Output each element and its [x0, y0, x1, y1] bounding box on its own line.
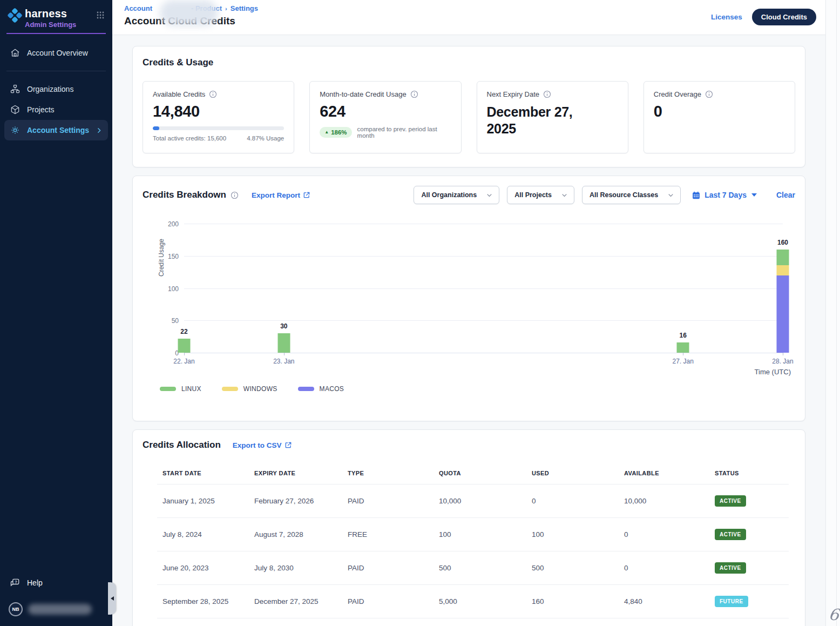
- bar-value-label: 30: [268, 322, 300, 330]
- table-cell: January 1, 2025: [157, 484, 249, 518]
- sidebar-item-label: Projects: [27, 105, 55, 114]
- y-tick-label: 200: [157, 220, 179, 228]
- bar-value-label: 16: [667, 332, 699, 339]
- available-credits-value: 14,840: [153, 103, 284, 120]
- status-badge: ACTIVE: [715, 495, 746, 507]
- cube-icon: [10, 104, 21, 115]
- cloud-credits-button[interactable]: Cloud Credits: [752, 9, 816, 25]
- app-root: harness Admin Settings Account OverviewO…: [0, 0, 840, 626]
- filter-select-all-resource-classes[interactable]: All Resource Classes: [582, 186, 681, 204]
- sidebar-divider: [6, 71, 106, 71]
- credits-progress-bar: [153, 126, 284, 130]
- x-tick-label: 28. Jan: [764, 358, 802, 365]
- table-cell: 160: [526, 585, 619, 618]
- legend-item-windows[interactable]: WINDOWS: [222, 385, 277, 393]
- usage-percent: 4.87% Usage: [247, 135, 284, 142]
- table-row: June 20, 2023July 8, 2030PAID5005000ACTI…: [157, 551, 789, 585]
- credits-breakdown-panel: Credits Breakdown Export Report All Orga…: [132, 176, 805, 421]
- export-report-link[interactable]: Export Report: [252, 191, 310, 199]
- app-grid-icon[interactable]: [96, 11, 105, 19]
- bar-segment-macos: [777, 275, 789, 353]
- bar-segment-linux: [777, 250, 789, 265]
- total-active-credits: Total active credits: 15,600: [153, 135, 226, 142]
- table-cell: 100: [433, 518, 526, 551]
- sidebar-item-account-settings[interactable]: Account Settings: [4, 120, 108, 140]
- table-cell: July 8, 2030: [249, 551, 342, 585]
- bar-segment-linux: [677, 342, 689, 353]
- credits-allocation-table: START DATEEXPIRY DATETYPEQUOTAUSEDAVAILA…: [157, 466, 789, 618]
- credit-overage-card: Credit Overage 0: [643, 81, 795, 153]
- gridline-50: [184, 320, 783, 321]
- table-row: September 28, 2025December 27, 2025PAID5…: [157, 585, 789, 618]
- breadcrumb-product[interactable]: - Product: [191, 4, 222, 12]
- breadcrumb-settings[interactable]: Settings: [231, 4, 258, 12]
- bar-22-jan[interactable]: [178, 339, 191, 353]
- gridline-150: [184, 256, 783, 257]
- date-range-value: Last 7 Days: [704, 191, 747, 199]
- licenses-link[interactable]: Licenses: [711, 13, 742, 21]
- credits-breakdown-title: Credits Breakdown: [143, 190, 226, 200]
- table-cell: 500: [526, 551, 619, 585]
- y-tick-label: 150: [157, 253, 179, 260]
- help-label: Help: [27, 578, 43, 587]
- credits-allocation-panel: Credits Allocation Export to CSV START D…: [132, 429, 805, 626]
- info-icon[interactable]: [705, 90, 713, 98]
- help-button[interactable]: ? Help: [0, 572, 112, 594]
- bar-27-jan[interactable]: [677, 342, 689, 353]
- x-tick: [683, 353, 683, 355]
- status-badge: ACTIVE: [715, 529, 746, 540]
- x-axis-label: Time (UTC): [755, 368, 791, 376]
- date-range-picker[interactable]: Last 7 Days: [692, 191, 757, 200]
- legend-label: LINUX: [181, 385, 201, 393]
- info-icon[interactable]: [231, 191, 239, 199]
- table-row: July 8, 2024August 7, 2028FREE1001000ACT…: [157, 518, 789, 551]
- status-badge: FUTURE: [715, 596, 748, 607]
- table-cell: 100: [526, 518, 619, 551]
- filter-select-all-organizations[interactable]: All Organizations: [414, 186, 499, 204]
- legend-item-macos[interactable]: MACOS: [298, 385, 344, 393]
- sidebar-collapse-handle[interactable]: [108, 582, 116, 615]
- info-icon[interactable]: [543, 90, 551, 98]
- harness-logo-icon: [8, 8, 22, 23]
- chevron-down-icon: [560, 191, 568, 199]
- bar-segment-linux: [178, 339, 191, 353]
- bar-segment-windows: [777, 265, 789, 275]
- select-value: All Organizations: [421, 191, 477, 199]
- info-icon[interactable]: [410, 90, 418, 98]
- table-cell: 0: [619, 551, 709, 585]
- page-header: Account - Product › Settings Account Clo…: [112, 0, 840, 35]
- sidebar-item-account-overview[interactable]: Account Overview: [4, 43, 108, 63]
- avatar[interactable]: NB: [9, 602, 23, 616]
- credit-overage-label: Credit Overage: [654, 90, 701, 98]
- x-tick-label: 22. Jan: [165, 358, 203, 365]
- bar-28-jan[interactable]: [777, 250, 789, 353]
- legend-swatch: [298, 387, 314, 391]
- legend-item-linux[interactable]: LINUX: [160, 385, 201, 393]
- scrollbar-track[interactable]: [825, 0, 840, 626]
- table-cell: December 27, 2025: [249, 585, 342, 618]
- x-tick: [783, 353, 783, 355]
- column-header-start-date: START DATE: [157, 466, 249, 484]
- breadcrumb-account[interactable]: Account: [124, 4, 152, 12]
- filter-select-all-projects[interactable]: All Projects: [507, 186, 574, 204]
- info-icon[interactable]: [209, 90, 217, 98]
- sidebar-item-organizations[interactable]: Organizations: [4, 79, 108, 99]
- gear-icon: [10, 125, 21, 136]
- collapse-arrow-icon: [111, 596, 114, 601]
- breadcrumb-separator-icon: ›: [225, 5, 227, 12]
- bar-23-jan[interactable]: [277, 333, 290, 353]
- clear-filters-link[interactable]: Clear: [776, 191, 795, 199]
- user-profile[interactable]: NB: [0, 594, 112, 621]
- y-tick-label: 50: [157, 317, 179, 325]
- org-icon: [10, 84, 21, 95]
- table-cell: 4,840: [619, 585, 709, 618]
- mtd-usage-label: Month-to-date Credit Usage: [320, 90, 406, 98]
- sidebar-item-projects[interactable]: Projects: [4, 99, 108, 120]
- table-cell: FUTURE: [709, 585, 789, 618]
- export-csv-link[interactable]: Export to CSV: [233, 441, 292, 449]
- x-tick: [284, 353, 284, 355]
- table-cell: August 7, 2028: [249, 518, 342, 551]
- table-cell: FREE: [342, 518, 433, 551]
- table-cell: PAID: [342, 585, 433, 618]
- x-tick: [184, 353, 185, 355]
